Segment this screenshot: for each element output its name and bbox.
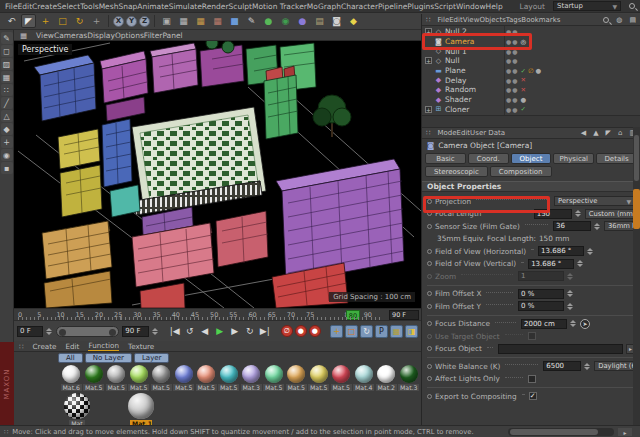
transport-button[interactable]: ▶ bbox=[228, 325, 242, 338]
fov-horizontal-stepper[interactable] bbox=[587, 246, 594, 256]
focal-length-preset-dropdown[interactable]: Custom (mm)▼ bbox=[585, 209, 635, 219]
material-sphere[interactable] bbox=[197, 365, 215, 383]
visibility-dots[interactable]: ●● bbox=[506, 67, 518, 74]
toolbar-icon[interactable]: ▦ bbox=[210, 14, 225, 28]
material-name[interactable]: Mat.3 bbox=[398, 384, 419, 391]
viewport-menu-item[interactable]: Display bbox=[87, 31, 115, 40]
menu-item[interactable]: Simulate bbox=[169, 2, 202, 11]
material-swatch[interactable]: Mat.5 bbox=[285, 365, 308, 391]
object-label[interactable]: Null bbox=[445, 56, 460, 65]
material-name[interactable]: Mat.5 bbox=[151, 384, 172, 391]
material-sphere[interactable] bbox=[377, 365, 395, 383]
keying-toggle[interactable]: P bbox=[375, 325, 388, 338]
focal-length-input[interactable]: 150 bbox=[534, 209, 572, 219]
toolbar-icon[interactable]: ↶ bbox=[4, 14, 19, 28]
anim-dot-icon[interactable] bbox=[427, 291, 432, 296]
material-sphere[interactable] bbox=[130, 365, 148, 383]
menu-item[interactable]: Render bbox=[202, 2, 229, 11]
object-manager-menu-item[interactable]: Bookmarks bbox=[521, 16, 560, 24]
object-label[interactable]: Shader bbox=[445, 95, 472, 104]
visibility-dots[interactable]: ●● bbox=[506, 38, 518, 45]
projection-dropdown[interactable]: Perspective▼ bbox=[554, 196, 635, 206]
keying-toggle[interactable]: + bbox=[330, 325, 343, 338]
transport-button[interactable]: |◀ bbox=[168, 325, 182, 338]
attribute-tab[interactable]: Object bbox=[511, 153, 552, 164]
material-swatch[interactable]: Mat.5 bbox=[173, 365, 196, 391]
toolbar-icon[interactable]: ▦ bbox=[176, 14, 191, 28]
material-name[interactable]: Mat.5 bbox=[218, 384, 239, 391]
start-frame-stepper[interactable] bbox=[46, 326, 53, 336]
object-tag-icon[interactable]: ✕ bbox=[520, 76, 525, 84]
timeline-playhead[interactable]: 80 bbox=[346, 310, 360, 320]
viewport-menu-item[interactable]: Options bbox=[115, 31, 144, 40]
axis-lock-icon[interactable]: X bbox=[113, 16, 124, 27]
object-row[interactable]: + ◇ Null 2 ●● bbox=[422, 27, 640, 37]
material-sphere[interactable] bbox=[175, 365, 193, 383]
material-name[interactable]: Mat.5 bbox=[286, 384, 307, 391]
visibility-dots[interactable]: ●● bbox=[506, 28, 518, 35]
sensor-size-stepper[interactable] bbox=[594, 221, 601, 231]
toolbar-icon[interactable]: □ bbox=[55, 14, 70, 28]
object-tag-icon[interactable]: ✕ bbox=[520, 86, 525, 94]
transport-button[interactable]: ◀ bbox=[198, 325, 212, 338]
material-swatch[interactable]: Mat.3 bbox=[398, 365, 421, 391]
start-frame-field[interactable]: 0 F bbox=[17, 326, 43, 337]
attribute-menu-item[interactable]: Mode bbox=[437, 129, 456, 137]
material-swatch[interactable]: Mat.6 bbox=[60, 365, 83, 391]
menu-item[interactable]: Tools bbox=[80, 2, 98, 11]
section-header[interactable]: Object Properties bbox=[422, 181, 640, 192]
history-back-icon[interactable]: ◀ bbox=[581, 129, 586, 137]
focal-length-stepper[interactable] bbox=[575, 209, 582, 219]
focus-picker-icon[interactable]: ➤ bbox=[580, 319, 590, 329]
axis-lock-icon[interactable]: Y bbox=[126, 16, 137, 27]
material-sphere[interactable] bbox=[332, 365, 350, 383]
attribute-tab[interactable]: Stereoscopic bbox=[425, 166, 488, 177]
toolbar-icon[interactable]: ◤ bbox=[21, 14, 36, 28]
anim-dot-icon[interactable] bbox=[427, 304, 432, 309]
attribute-tab[interactable]: Basic bbox=[425, 153, 466, 164]
anim-dot-icon[interactable] bbox=[427, 364, 432, 369]
toolbar-icon[interactable]: + bbox=[89, 14, 104, 28]
object-tag-icon[interactable]: ● bbox=[536, 67, 542, 75]
mode-icon[interactable]: ▪ bbox=[1, 162, 13, 174]
affect-lights-checkbox[interactable] bbox=[528, 375, 536, 383]
expand-icon[interactable]: + bbox=[425, 57, 432, 64]
object-label[interactable]: Cloner bbox=[445, 105, 469, 114]
object-manager-menu-item[interactable]: Tags bbox=[506, 16, 522, 24]
focus-distance-stepper[interactable] bbox=[570, 319, 577, 329]
mode-icon[interactable]: ▦ bbox=[1, 71, 13, 83]
menu-item[interactable]: Plugins bbox=[407, 2, 434, 11]
anim-dot-icon[interactable] bbox=[427, 394, 432, 399]
mode-icon[interactable]: ▨ bbox=[1, 58, 13, 70]
object-tag-icon[interactable]: ◎ bbox=[520, 38, 526, 46]
object-row[interactable]: ◙ Camera ●● ◎ bbox=[422, 37, 640, 47]
mode-icon[interactable]: ◆ bbox=[1, 123, 13, 135]
material-layer-tab[interactable]: Layer bbox=[134, 353, 170, 363]
material-sphere[interactable] bbox=[62, 365, 80, 383]
viewport-menu-item[interactable]: View bbox=[36, 31, 54, 40]
anim-dot-icon[interactable] bbox=[427, 211, 432, 216]
material-name[interactable]: Mat.3 bbox=[241, 384, 262, 391]
toolbar-icon[interactable]: ◆ bbox=[346, 14, 361, 28]
end-frame-stepper[interactable] bbox=[152, 326, 159, 336]
visibility-dots[interactable]: ●● bbox=[506, 57, 518, 64]
toolbar-icon[interactable]: ● bbox=[295, 14, 310, 28]
viewport-menu-item[interactable]: Panel bbox=[162, 31, 182, 40]
material-sphere[interactable] bbox=[355, 365, 373, 383]
visibility-dots[interactable]: ●● bbox=[506, 106, 518, 113]
om-search-icon[interactable] bbox=[603, 17, 609, 23]
material-swatch[interactable]: Mat.5 bbox=[128, 365, 151, 391]
record-button[interactable]: ● bbox=[295, 325, 307, 337]
toolbar-icon[interactable]: + bbox=[38, 14, 53, 28]
sensor-size-preset-dropdown[interactable]: 36mm Photo (36.0 mm)▼ bbox=[604, 221, 635, 231]
mode-icon[interactable]: △ bbox=[1, 110, 13, 122]
menu-item[interactable]: Script bbox=[434, 2, 456, 11]
material-swatch[interactable]: Mat.5 bbox=[150, 365, 173, 391]
viewport-camera-label[interactable]: Perspective bbox=[18, 44, 72, 55]
keying-toggle[interactable]: □ bbox=[345, 325, 358, 338]
ruler-end-frame-field[interactable]: 90 F bbox=[389, 310, 419, 320]
object-tag-icon[interactable]: ✓ bbox=[520, 105, 525, 113]
menu-item[interactable]: Mesh bbox=[99, 2, 119, 11]
film-offset-y-input[interactable]: 0 % bbox=[518, 301, 564, 311]
toolbar-icon[interactable]: ◙ bbox=[329, 14, 344, 28]
